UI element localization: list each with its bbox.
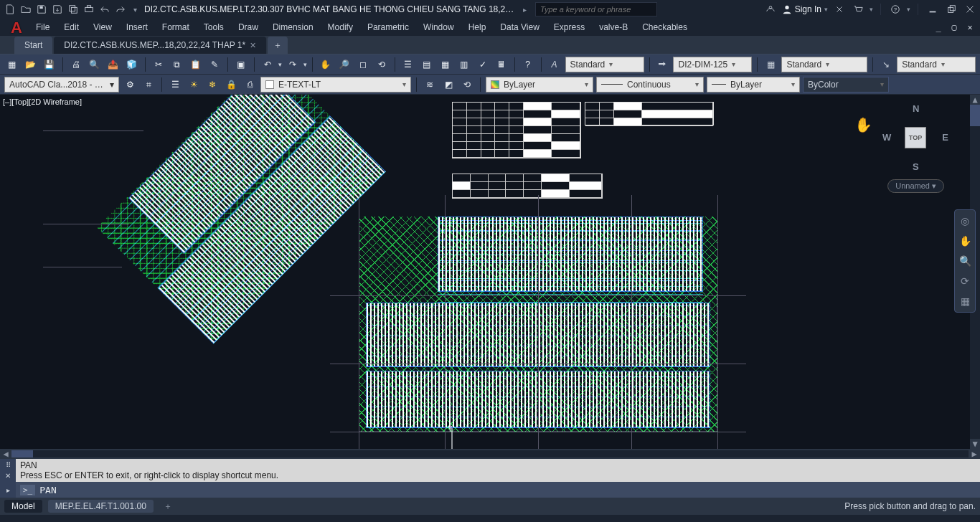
ssm-icon[interactable]: ▥: [456, 57, 472, 72]
menu-checkables[interactable]: Checkables: [642, 22, 687, 32]
saveas-icon[interactable]: [50, 2, 65, 16]
zoom-prev-icon[interactable]: ⟲: [374, 57, 390, 72]
color-dropdown[interactable]: ByLayer▾: [486, 77, 593, 92]
doc-restore-icon[interactable]: ▢: [948, 22, 960, 32]
help-dropdown-icon[interactable]: ▾: [907, 6, 910, 13]
viewcube[interactable]: N S E W TOP: [880, 102, 951, 174]
publish-icon[interactable]: 📤: [105, 57, 121, 72]
markup-icon[interactable]: ✓: [475, 57, 491, 72]
menu-express[interactable]: Express: [554, 22, 585, 32]
layprev-icon[interactable]: ⟲: [459, 77, 475, 92]
plot-icon[interactable]: [82, 2, 96, 16]
lineweight-dropdown[interactable]: ByLayer▾: [707, 77, 800, 92]
qat-dropdown-icon[interactable]: ▾: [133, 6, 137, 14]
preview-icon[interactable]: 🔍: [87, 57, 103, 72]
properties-icon[interactable]: ☰: [400, 57, 416, 72]
tab-active-drawing[interactable]: DI2.CTC.ASB.KUS.MEP...18,20,22,24 THAP 1…: [54, 37, 266, 54]
new-icon[interactable]: [3, 2, 17, 16]
plotstyle-dropdown[interactable]: ByColor▾: [803, 77, 889, 92]
viewcube-s[interactable]: S: [913, 161, 919, 172]
save-icon[interactable]: [34, 2, 49, 16]
nav-orbit-icon[interactable]: ⟳: [957, 273, 973, 289]
open-icon[interactable]: 📂: [23, 57, 39, 72]
viewcube-n[interactable]: N: [913, 103, 919, 114]
nav-zoom-icon[interactable]: 🔍: [957, 253, 973, 269]
layer-on-icon[interactable]: ☀: [186, 77, 202, 92]
saveall-icon[interactable]: [66, 2, 80, 16]
undo-dropdown-icon[interactable]: ▾: [278, 61, 282, 68]
viewcube-face[interactable]: TOP: [905, 127, 926, 148]
nav-pan-icon[interactable]: ✋: [957, 233, 973, 249]
pan-icon[interactable]: ✋: [318, 57, 334, 72]
qnew-icon[interactable]: ▦: [4, 57, 20, 72]
mleader-icon[interactable]: ↘: [878, 57, 894, 72]
menu-draw[interactable]: Draw: [238, 22, 258, 32]
a360-icon[interactable]: [763, 2, 778, 16]
redo-icon[interactable]: [113, 2, 128, 16]
copy-icon[interactable]: ⧉: [169, 57, 185, 72]
menu-tools[interactable]: Tools: [204, 22, 224, 32]
hscroll-track[interactable]: [11, 450, 969, 457]
title-dropdown-icon[interactable]: ▸: [523, 6, 527, 14]
undo-icon[interactable]: [98, 2, 112, 16]
ws-lock-icon[interactable]: ⌗: [141, 77, 156, 92]
hscroll-thumb[interactable]: [11, 450, 33, 457]
tablestyle-dropdown[interactable]: Standard▾: [781, 57, 867, 72]
drawing-area[interactable]: [–][Top][2D Wireframe] ▲ ▼ N S E W TOP U…: [0, 95, 980, 449]
restore-icon[interactable]: [944, 2, 958, 16]
doc-minimize-icon[interactable]: _: [933, 22, 944, 32]
cmd-recent-icon[interactable]: ▸: [6, 486, 10, 494]
exchange-icon[interactable]: [832, 2, 847, 16]
menu-window[interactable]: Window: [423, 22, 454, 32]
layer-mgr-icon[interactable]: ☰: [167, 77, 183, 92]
menu-insert[interactable]: Insert: [126, 22, 148, 32]
menu-modify[interactable]: Modify: [328, 22, 353, 32]
dimstyle-icon[interactable]: ⮕: [655, 57, 671, 72]
help-search[interactable]: [535, 2, 657, 16]
layeriso-icon[interactable]: ◩: [440, 77, 456, 92]
scroll-left-icon[interactable]: ◀: [0, 449, 11, 459]
paste-icon[interactable]: 📋: [188, 57, 204, 72]
help-icon[interactable]: ?: [888, 2, 903, 16]
doc-close-icon[interactable]: ✕: [964, 22, 976, 32]
cut-icon[interactable]: ✂: [151, 57, 166, 72]
save-icon[interactable]: 💾: [42, 57, 57, 72]
cmd-close-icon[interactable]: ✕: [5, 472, 11, 480]
layer-lock-icon[interactable]: 🔒: [223, 77, 239, 92]
redo-dropdown-icon[interactable]: ▾: [303, 61, 307, 68]
layout-add-icon[interactable]: ＋: [159, 500, 176, 513]
viewcube-ucs-button[interactable]: Unnamed ▾: [887, 179, 944, 193]
tab-start[interactable]: Start: [14, 37, 52, 54]
zoom-win-icon[interactable]: ◻: [355, 57, 371, 72]
scroll-down-icon[interactable]: ▼: [970, 439, 980, 449]
help-search-input[interactable]: [540, 5, 652, 14]
textstyle-dropdown[interactable]: Standard▾: [565, 57, 644, 72]
layerstate-icon[interactable]: ≋: [422, 77, 438, 92]
menu-file[interactable]: File: [36, 22, 50, 32]
ws-settings-icon[interactable]: ⚙: [122, 77, 138, 92]
minimize-icon[interactable]: [925, 2, 940, 16]
app-menu-dropdown-icon[interactable]: ▾: [870, 6, 873, 13]
zoom-rt-icon[interactable]: 🔎: [336, 57, 352, 72]
scroll-up-icon[interactable]: ▲: [970, 95, 980, 105]
model-tab[interactable]: Model: [4, 500, 42, 513]
tab-close-icon[interactable]: ✕: [250, 41, 256, 50]
viewcube-e[interactable]: E: [942, 132, 948, 143]
linetype-dropdown[interactable]: Continuous▾: [596, 77, 704, 92]
viewcube-w[interactable]: W: [882, 132, 891, 143]
app-logo[interactable]: A: [6, 17, 27, 39]
blockedit-icon[interactable]: ▣: [233, 57, 249, 72]
cmd-handle-icon[interactable]: ⠿: [6, 461, 11, 469]
toolpal-icon[interactable]: ▦: [438, 57, 453, 72]
dimstyle-dropdown[interactable]: DI2-DIM-125▾: [673, 57, 752, 72]
command-line[interactable]: >_: [16, 482, 980, 498]
help-icon[interactable]: ?: [520, 57, 536, 72]
vscroll-thumb[interactable]: [970, 105, 980, 126]
nav-wheel-icon[interactable]: ◎: [957, 213, 973, 229]
qcalc-icon[interactable]: 🖩: [494, 57, 509, 72]
menu-format[interactable]: Format: [162, 22, 189, 32]
layer-freeze-icon[interactable]: ❄: [204, 77, 220, 92]
menu-valveb[interactable]: valve-B: [599, 22, 628, 32]
menu-dimension[interactable]: Dimension: [273, 22, 314, 32]
cart-icon[interactable]: [851, 2, 865, 16]
